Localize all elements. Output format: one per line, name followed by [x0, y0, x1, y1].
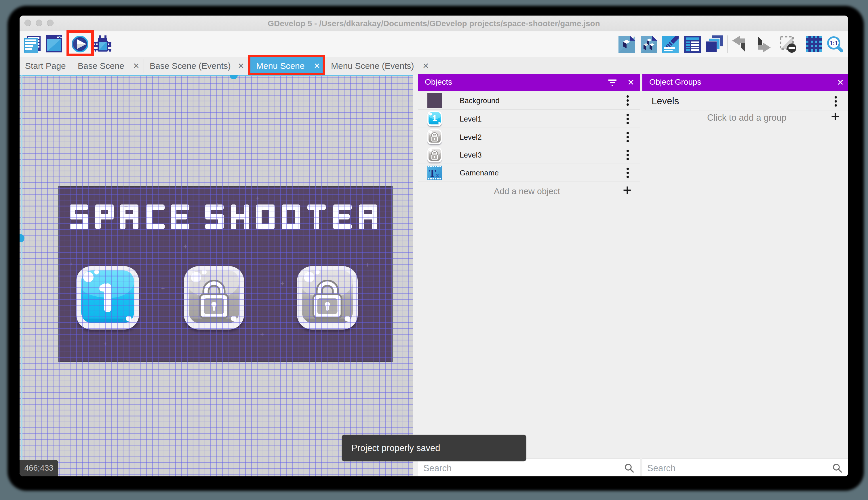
svg-text:1:1: 1:1 [830, 40, 838, 46]
